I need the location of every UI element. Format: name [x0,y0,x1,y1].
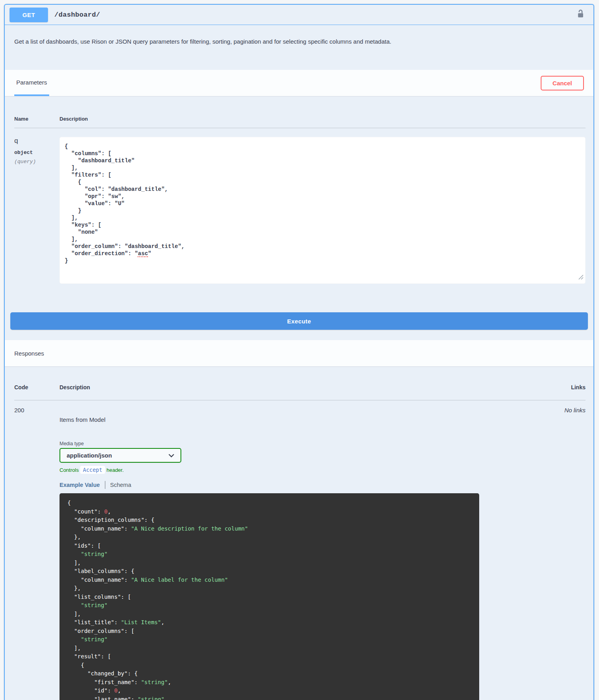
query-editor[interactable]: { "columns": [ "dashboard_title" ], "fil… [60,137,586,284]
execute-button[interactable]: Execute [10,312,588,330]
accept-header-code: Accept [80,466,105,474]
resize-grip-icon[interactable] [578,275,584,282]
response-description-cell: Items from Model Media type application/… [60,400,530,700]
controls-suffix: header. [106,467,123,473]
responses-header: Responses [5,340,593,366]
parameter-name: q [14,137,60,145]
response-row-200: 200 Items from Model Media type applicat… [14,400,586,700]
http-method-badge[interactable]: GET [10,8,48,22]
controls-accept-note: Controls Accept header. [60,467,530,473]
endpoint-description: Get a list of dashboards, use Rison or J… [5,25,593,70]
parameters-table: Name Description q object (query) { "col… [5,96,593,284]
auth-lock-button[interactable] [576,8,586,21]
controls-prefix: Controls [60,467,79,473]
cancel-button[interactable]: Cancel [541,76,584,90]
col-header-response-description: Description [60,384,530,390]
parameters-table-head: Name Description [14,96,586,128]
media-type-select[interactable]: application/json [60,448,181,463]
get-dashboard-opblock: GET /dashboard/ Get a list of dashboards… [4,4,594,700]
response-links: No links [530,400,586,700]
parameter-meta: q object (query) [14,137,60,284]
endpoint-path[interactable]: /dashboard/ [54,11,100,19]
tab-parameters: Parameters [14,70,49,96]
col-header-code: Code [14,384,60,390]
example-code[interactable]: { "count": 0, "description_columns": { "… [60,493,479,700]
misspelled-word: asc [138,250,148,257]
parameter-location: (query) [14,159,60,165]
tab-separator [105,481,106,489]
media-type-label: Media type [60,441,530,446]
responses-table-head: Code Description Links [14,366,586,400]
parameter-row-q: q object (query) { "columns": [ "dashboa… [14,128,586,284]
model-example-tabs: Example Value Schema [60,481,530,489]
execute-wrapper: Execute [5,284,593,330]
response-code: 200 [14,400,60,700]
responses-table: Code Description Links 200 Items from Mo… [5,366,593,700]
opblock-summary: GET /dashboard/ [5,5,593,25]
unlocked-padlock-icon [576,14,585,20]
tab-example-value[interactable]: Example Value [60,482,100,488]
spacer [5,330,593,340]
tab-schema[interactable]: Schema [110,482,131,488]
parameter-type: object [14,150,60,156]
response-description: Items from Model [60,400,530,423]
parameters-header: Parameters Cancel [5,70,593,96]
col-header-name: Name [14,116,60,122]
media-type-selected-value: application/json [67,452,112,459]
responses-title: Responses [14,350,44,357]
col-header-links: Links [530,384,586,390]
chevron-down-icon [169,452,174,459]
col-header-description: Description [60,116,586,122]
